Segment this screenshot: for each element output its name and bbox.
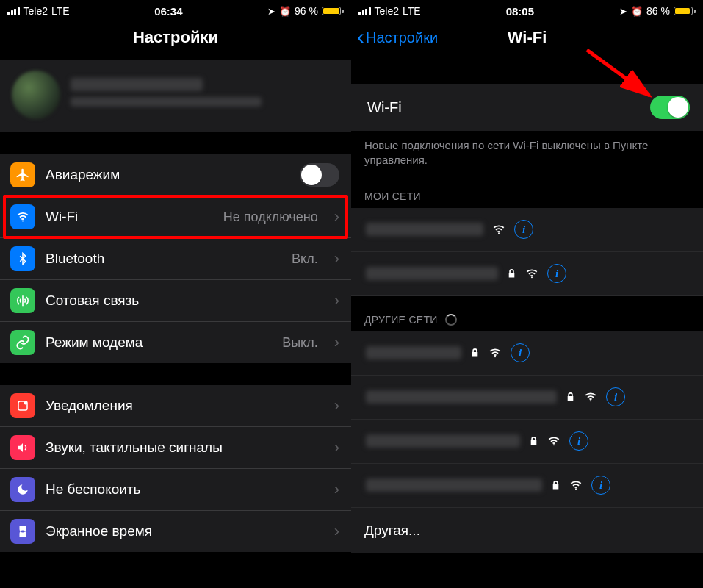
- back-label: Настройки: [366, 29, 438, 46]
- wifi-screen: Tele2 LTE 08:05 ➤ ⏰ 86 % ‹ Настройки Wi-…: [351, 0, 703, 588]
- network-name-blurred: [366, 434, 520, 448]
- profile-text: [71, 78, 262, 112]
- wifi-note: Новые подключения по сети Wi-Fi выключен…: [351, 131, 703, 173]
- wifi-toggle[interactable]: [650, 96, 690, 119]
- battery-percent: 86 %: [646, 5, 670, 17]
- bluetooth-label: Bluetooth: [46, 251, 281, 267]
- network-name-blurred: [366, 390, 557, 404]
- row-notifications[interactable]: Уведомления ›: [0, 385, 351, 427]
- chevron-right-icon: ›: [334, 522, 339, 541]
- signal-icon: [7, 7, 20, 15]
- wifi-strength-icon: [525, 268, 538, 279]
- svg-point-3: [24, 401, 28, 405]
- row-cellular[interactable]: Сотовая связь ›: [0, 280, 351, 322]
- network-row[interactable]: i: [351, 208, 703, 252]
- row-hotspot[interactable]: Режим модема Выкл. ›: [0, 322, 351, 363]
- svg-point-6: [531, 276, 533, 278]
- chevron-right-icon: ›: [334, 438, 339, 457]
- dnd-icon: [10, 477, 35, 502]
- lock-icon: [551, 479, 560, 491]
- wifi-toggle-label: Wi-Fi: [367, 99, 402, 116]
- location-icon: ➤: [267, 6, 275, 17]
- lock-icon: [529, 435, 538, 447]
- chevron-right-icon: ›: [334, 291, 339, 310]
- info-icon[interactable]: i: [606, 387, 625, 406]
- settings-group-general: Уведомления › Звуки, тактильные сигналы …: [0, 385, 351, 552]
- row-wifi[interactable]: Wi-Fi Не подключено ›: [0, 196, 351, 238]
- wifi-strength-icon: [489, 348, 502, 358]
- lock-icon: [470, 347, 480, 359]
- wifi-strength-icon: [584, 392, 597, 402]
- sounds-icon: [10, 435, 35, 460]
- carrier-label: Tele2: [375, 5, 399, 17]
- battery-icon: [322, 7, 344, 15]
- info-icon[interactable]: i: [591, 476, 610, 495]
- status-bar-right: Tele2 LTE 08:05 ➤ ⏰ 86 %: [351, 0, 703, 21]
- cellular-icon: [10, 288, 35, 313]
- battery-percent: 96 %: [295, 5, 318, 17]
- airplane-toggle[interactable]: [300, 163, 339, 187]
- settings-screen: Tele2 LTE 06:34 ➤ ⏰ 96 % Настройки Ав: [0, 0, 351, 588]
- svg-point-10: [575, 488, 577, 490]
- alarm-icon: ⏰: [631, 6, 643, 17]
- signal-icon: [358, 7, 371, 15]
- page-title: Wi-Fi: [508, 28, 547, 47]
- bluetooth-status: Вкл.: [292, 251, 318, 267]
- chevron-left-icon: ‹: [357, 26, 364, 48]
- nav-bar: Настройки: [0, 21, 351, 54]
- info-icon[interactable]: i: [511, 343, 530, 362]
- other-network-row[interactable]: Другая...: [351, 508, 703, 553]
- notifications-label: Уведомления: [46, 398, 318, 414]
- network-row[interactable]: i: [351, 464, 703, 508]
- chevron-right-icon: ›: [334, 207, 339, 226]
- chevron-right-icon: ›: [334, 333, 339, 352]
- svg-point-8: [590, 400, 591, 401]
- chevron-right-icon: ›: [334, 480, 339, 499]
- notifications-icon: [10, 393, 35, 418]
- airplane-icon: [10, 162, 35, 187]
- avatar: [12, 71, 60, 119]
- row-dnd[interactable]: Не беспокоить ›: [0, 469, 351, 511]
- airplane-label: Авиарежим: [46, 167, 289, 183]
- network-row[interactable]: i: [351, 420, 703, 464]
- info-icon[interactable]: i: [514, 220, 533, 239]
- lock-icon: [507, 268, 516, 279]
- sounds-label: Звуки, тактильные сигналы: [46, 440, 318, 456]
- hotspot-status: Выкл.: [282, 335, 318, 351]
- my-networks-header: МОИ СЕТИ: [351, 173, 703, 208]
- wifi-strength-icon: [492, 224, 505, 234]
- network-type: LTE: [403, 5, 421, 17]
- info-icon[interactable]: i: [569, 431, 588, 451]
- status-time: 06:34: [154, 5, 182, 18]
- row-sounds[interactable]: Звуки, тактильные сигналы ›: [0, 427, 351, 469]
- battery-icon: [674, 7, 696, 15]
- cellular-label: Сотовая связь: [46, 293, 318, 309]
- wifi-strength-icon: [547, 436, 560, 446]
- lock-icon: [566, 391, 575, 403]
- network-name-blurred: [366, 346, 461, 359]
- row-airplane[interactable]: Авиарежим: [0, 154, 351, 196]
- dnd-label: Не беспокоить: [46, 481, 318, 498]
- network-type: LTE: [51, 5, 70, 17]
- settings-group-connectivity: Авиарежим Wi-Fi Не подключено › Bluetoot…: [0, 154, 351, 363]
- row-bluetooth[interactable]: Bluetooth Вкл. ›: [0, 238, 351, 280]
- network-row[interactable]: i: [351, 331, 703, 376]
- row-screen-time[interactable]: Экранное время ›: [0, 511, 351, 552]
- nav-bar: ‹ Настройки Wi-Fi: [351, 21, 703, 54]
- wifi-strength-icon: [569, 480, 583, 490]
- carrier-label: Tele2: [24, 5, 48, 17]
- bluetooth-icon: [10, 246, 35, 271]
- other-networks-header: ДРУГИЕ СЕТИ: [351, 296, 703, 331]
- network-name-blurred: [366, 267, 498, 280]
- svg-point-0: [22, 220, 24, 221]
- screen-time-icon: [10, 519, 35, 544]
- hotspot-label: Режим модема: [46, 334, 272, 351]
- wifi-icon: [10, 204, 35, 229]
- network-row[interactable]: i: [351, 376, 703, 420]
- screen-time-label: Экранное время: [46, 523, 318, 539]
- location-icon: ➤: [619, 6, 627, 17]
- back-button[interactable]: ‹ Настройки: [357, 28, 438, 48]
- apple-id-row[interactable]: [0, 60, 351, 132]
- info-icon[interactable]: i: [547, 264, 566, 283]
- network-row[interactable]: i: [351, 252, 703, 296]
